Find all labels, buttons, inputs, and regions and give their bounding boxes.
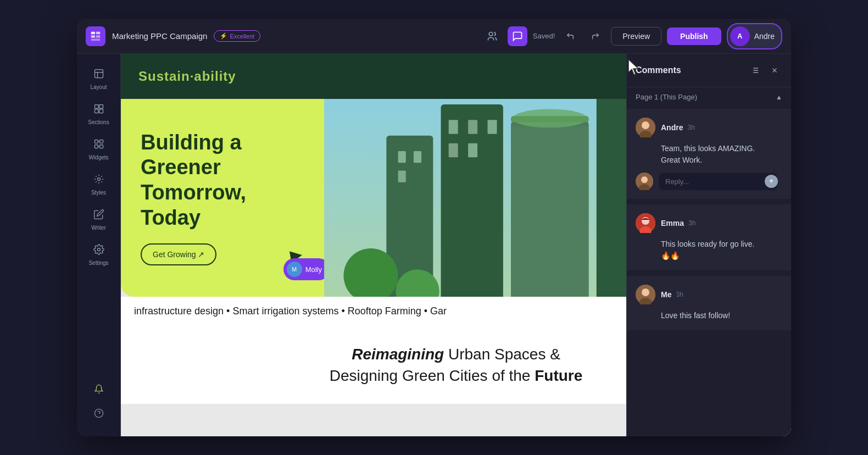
user-chip[interactable]: A Andre	[727, 23, 782, 49]
reply-input[interactable]	[659, 173, 777, 190]
sections-icon	[93, 103, 104, 117]
svg-rect-12	[99, 109, 103, 113]
comment-time-emma: 3h	[688, 219, 695, 227]
svg-rect-37	[468, 143, 477, 158]
svg-rect-31	[414, 151, 421, 163]
sidebar-item-layout[interactable]: Layout	[81, 63, 116, 96]
sidebar-item-widgets[interactable]: Widgets	[81, 133, 116, 166]
sidebar-settings-label: Settings	[88, 260, 108, 266]
svg-point-20	[97, 248, 100, 251]
comment-header-row-me: Me 3h	[636, 285, 782, 304]
comments-toggle-button[interactable]	[508, 26, 527, 46]
comment-time-andre: 3h	[687, 124, 694, 131]
sidebar-widgets-label: Widgets	[88, 154, 108, 160]
preview-button[interactable]: Preview	[611, 27, 661, 46]
settings-icon	[93, 244, 104, 258]
saved-status: Saved!	[533, 32, 555, 40]
comment-text-me: Love this fast follow!	[661, 310, 782, 321]
svg-rect-10	[99, 105, 103, 109]
sidebar-item-settings[interactable]: Settings	[81, 238, 116, 271]
writer-icon	[93, 209, 104, 223]
svg-point-69	[642, 288, 649, 296]
logo-icon	[86, 26, 105, 46]
sidebar-item-styles[interactable]: Styles	[81, 168, 116, 201]
svg-rect-15	[99, 145, 103, 148]
page-label-text: Page 1 (This Page)	[636, 93, 697, 101]
svg-rect-0	[91, 31, 95, 34]
svg-rect-36	[449, 143, 458, 158]
left-cta-button[interactable]: Get Growing ↗	[141, 243, 216, 265]
user-avatar: A	[730, 26, 750, 46]
sidebar-layout-label: Layout	[90, 84, 107, 90]
molly-chip: M Molly	[283, 258, 330, 280]
svg-rect-6	[94, 70, 103, 78]
redo-button[interactable]	[586, 26, 605, 46]
reply-row	[636, 173, 782, 190]
page-label: Page 1 (This Page) ▲	[627, 87, 791, 107]
sidebar-styles-label: Styles	[91, 190, 106, 196]
sidebar-bottom	[89, 379, 109, 428]
left-panel: Building a Greener Tomorrow, Today Get G…	[121, 99, 324, 297]
comment-avatar-andre	[636, 118, 655, 137]
comment-card-emma: Emma 3h This looks ready for go live. 🔥🔥	[627, 204, 791, 270]
molly-avatar: M	[287, 262, 302, 277]
svg-rect-4	[91, 38, 101, 41]
comment-meta-emma: Emma 3h	[661, 219, 695, 228]
publish-button[interactable]: Publish	[667, 27, 721, 45]
quality-badge: ⚡ Excellent	[214, 30, 260, 42]
comment-meta-andre: Andre 3h	[661, 123, 695, 132]
svg-rect-33	[449, 120, 458, 134]
comment-text-emma: This looks ready for go live. 🔥🔥	[661, 238, 782, 262]
page-chevron-icon: ▲	[776, 93, 782, 101]
svg-rect-32	[398, 170, 406, 182]
bottom-heading-regular: Urban Spaces &	[444, 346, 560, 363]
bottom-heading-italic: Reimagining	[352, 346, 444, 363]
comment-card-andre: Andre 3h Team, this looks AMAZING. Great…	[627, 109, 791, 199]
svg-rect-14	[99, 140, 103, 143]
notifications-button[interactable]	[89, 379, 109, 399]
svg-rect-11	[94, 109, 98, 113]
comment-card-me: Me 3h Love this fast follow!	[627, 276, 791, 330]
comments-header: Comments	[627, 54, 791, 87]
comment-text-line1: Team, this looks AMAZING.	[661, 144, 755, 153]
comment-text-me-line1: Love this fast follow!	[661, 311, 730, 320]
project-title: Marketing PPC Campaign	[112, 31, 207, 41]
widgets-icon	[93, 138, 104, 152]
sidebar-item-writer[interactable]: Writer	[81, 203, 116, 236]
svg-rect-9	[94, 105, 98, 109]
undo-button[interactable]	[560, 26, 580, 46]
svg-rect-35	[488, 120, 497, 134]
badge-icon: ⚡	[220, 32, 227, 40]
comment-author-andre: Andre	[661, 123, 683, 132]
svg-rect-3	[96, 35, 100, 38]
comment-text-andre: Team, this looks AMAZING. Great Work.	[661, 143, 782, 166]
comments-close-button[interactable]	[767, 63, 782, 78]
bottom-heading-bold: Future	[535, 367, 582, 384]
svg-rect-30	[398, 151, 406, 163]
sidebar-item-sections[interactable]: Sections	[81, 98, 116, 131]
comments-list-icon-button[interactable]	[747, 63, 763, 78]
svg-rect-42	[511, 126, 589, 297]
header-actions: Saved! Preview Publish A Andre	[482, 23, 782, 49]
svg-point-5	[489, 32, 493, 36]
svg-point-59	[642, 121, 649, 129]
svg-point-21	[94, 409, 103, 418]
ticker-text: infrastructure design • Smart irrigation…	[134, 306, 447, 317]
comment-author-me: Me	[661, 290, 671, 299]
help-button[interactable]	[89, 403, 109, 423]
comment-meta-me: Me 3h	[661, 290, 683, 299]
heading-line1: Building a	[141, 131, 242, 154]
svg-rect-2	[91, 35, 95, 38]
user-name: Andre	[754, 32, 775, 41]
badge-label: Excellent	[230, 33, 254, 40]
sidebar-writer-label: Writer	[91, 225, 105, 231]
reply-wrapper	[659, 173, 782, 190]
app-window: Marketing PPC Campaign ⚡ Excellent Saved…	[77, 19, 791, 436]
bottom-heading-line2-part2: Green Cities of the	[398, 367, 535, 384]
team-button[interactable]	[482, 26, 502, 46]
main-heading: Building a Greener Tomorrow, Today	[141, 130, 304, 230]
reply-send-button[interactable]	[765, 175, 778, 188]
svg-point-62	[641, 176, 648, 183]
heading-line2: Greener	[141, 156, 221, 179]
heading-line4: Today	[141, 206, 201, 229]
